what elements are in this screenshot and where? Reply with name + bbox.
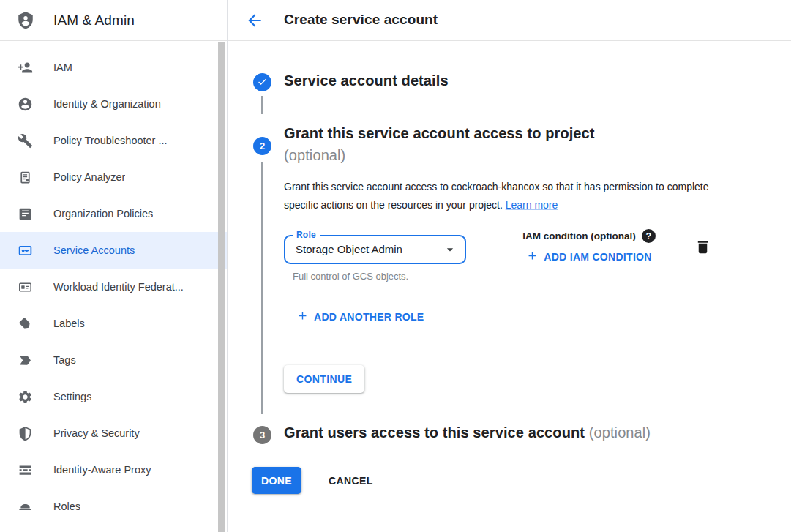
label-icon bbox=[16, 315, 34, 332]
trash-icon bbox=[694, 247, 711, 258]
sidebar-item-labels[interactable]: Labels bbox=[0, 305, 227, 342]
policy-analyzer-icon bbox=[16, 168, 34, 186]
proxy-icon bbox=[16, 461, 34, 479]
step2-title-text: Grant this service account access to pro… bbox=[284, 122, 595, 144]
check-icon bbox=[257, 76, 268, 89]
sidebar-item-label: Tags bbox=[53, 354, 76, 366]
person-circle-icon bbox=[16, 95, 34, 113]
step2-title: Grant this service account access to pro… bbox=[284, 122, 595, 166]
step2-number: 2 bbox=[260, 141, 265, 151]
sidebar-nav: IAM Identity & Organization Policy Troub… bbox=[0, 41, 227, 525]
shield-person-icon bbox=[16, 11, 35, 30]
step2-number-circle: 2 bbox=[253, 137, 271, 155]
plus-icon bbox=[296, 310, 309, 324]
sidebar-item-label: Policy Troubleshooter ... bbox=[53, 135, 168, 146]
sidebar-item-policy-analyzer[interactable]: Policy Analyzer bbox=[0, 159, 227, 195]
sidebar-item-label: Privacy & Security bbox=[53, 427, 140, 439]
back-button[interactable] bbox=[245, 11, 264, 30]
step3-number-circle: 3 bbox=[253, 426, 271, 444]
sidebar-item-identity-aware-proxy[interactable]: Identity-Aware Proxy bbox=[0, 452, 227, 488]
main-panel: Create service account Service account d… bbox=[228, 0, 791, 532]
sidebar-item-label: Identity-Aware Proxy bbox=[53, 464, 151, 476]
iam-condition-block: IAM condition (optional) ? ADD IAM CONDI… bbox=[515, 229, 663, 264]
iam-admin-app: IAM & Admin IAM Identity & Organization … bbox=[0, 0, 791, 532]
sidebar-item-workload-identity-federat[interactable]: Workload Identity Federat... bbox=[0, 269, 227, 305]
sidebar-item-roles[interactable]: Roles bbox=[0, 488, 227, 525]
shield-icon bbox=[16, 424, 34, 442]
step1-title: Service account details bbox=[284, 72, 449, 89]
sidebar-scrollbar-thumb[interactable] bbox=[218, 42, 225, 532]
step3-optional-label: (optional) bbox=[589, 424, 651, 441]
step-connector-1 bbox=[261, 96, 263, 114]
document-icon bbox=[16, 205, 34, 222]
footer-actions: DONE CANCEL bbox=[252, 467, 373, 494]
sidebar-item-service-accounts[interactable]: Service Accounts bbox=[0, 232, 227, 269]
sidebar: IAM & Admin IAM Identity & Organization … bbox=[0, 0, 228, 532]
sidebar-item-settings[interactable]: Settings bbox=[0, 378, 227, 415]
app-title: IAM & Admin bbox=[53, 12, 135, 29]
gear-icon bbox=[16, 388, 34, 405]
cancel-button[interactable]: CANCEL bbox=[329, 475, 373, 487]
sidebar-item-tags[interactable]: Tags bbox=[0, 342, 227, 378]
sidebar-item-organization-policies[interactable]: Organization Policies bbox=[0, 195, 227, 232]
step2-description: Grant this service account access to coc… bbox=[284, 178, 717, 214]
iam-condition-label-row: IAM condition (optional) ? bbox=[522, 229, 655, 243]
plus-icon bbox=[526, 250, 539, 264]
chevron-down-icon bbox=[443, 242, 457, 260]
delete-role-button[interactable] bbox=[693, 239, 712, 258]
add-another-role-button[interactable]: ADD ANOTHER ROLE bbox=[296, 310, 424, 324]
iam-condition-label: IAM condition (optional) bbox=[522, 231, 635, 241]
sidebar-item-label: Policy Analyzer bbox=[53, 171, 125, 183]
page-title: Create service account bbox=[284, 12, 438, 28]
back-arrow-icon bbox=[245, 21, 264, 32]
step-connector-2 bbox=[261, 162, 263, 414]
step1-check-circle bbox=[253, 73, 271, 91]
service-account-key-icon bbox=[16, 241, 34, 259]
sidebar-item-label: Organization Policies bbox=[53, 208, 153, 220]
tag-icon bbox=[16, 351, 34, 369]
sidebar-item-label: Identity & Organization bbox=[53, 98, 161, 110]
roles-hat-icon bbox=[16, 498, 34, 515]
sidebar-item-label: Workload Identity Federat... bbox=[53, 281, 184, 293]
step3-number: 3 bbox=[260, 430, 265, 441]
card-icon bbox=[16, 278, 34, 296]
sidebar-header: IAM & Admin bbox=[0, 0, 227, 41]
learn-more-link[interactable]: Learn more bbox=[506, 199, 558, 211]
sidebar-item-label: Labels bbox=[53, 318, 85, 329]
sidebar-item-identity-organization[interactable]: Identity & Organization bbox=[0, 86, 227, 122]
sidebar-item-iam[interactable]: IAM bbox=[0, 49, 227, 86]
help-icon[interactable]: ? bbox=[642, 229, 656, 243]
sidebar-item-privacy-security[interactable]: Privacy & Security bbox=[0, 415, 227, 452]
step2-optional-label: (optional) bbox=[284, 144, 595, 166]
role-select-value: Storage Object Admin bbox=[296, 236, 402, 263]
done-button[interactable]: DONE bbox=[252, 467, 301, 494]
sidebar-item-label: Roles bbox=[53, 501, 80, 512]
continue-button[interactable]: CONTINUE bbox=[284, 365, 364, 393]
person-add-icon bbox=[16, 59, 34, 76]
add-iam-condition-button[interactable]: ADD IAM CONDITION bbox=[526, 250, 651, 264]
wrench-icon bbox=[16, 132, 34, 149]
sidebar-item-policy-troubleshooter[interactable]: Policy Troubleshooter ... bbox=[0, 122, 227, 159]
sidebar-item-label: IAM bbox=[53, 61, 72, 73]
role-select[interactable]: Role Storage Object Admin bbox=[284, 235, 466, 264]
sidebar-item-label: Service Accounts bbox=[53, 244, 135, 256]
step3-title: Grant users access to this service accou… bbox=[284, 424, 651, 441]
sidebar-item-label: Settings bbox=[53, 391, 91, 402]
role-helper-text: Full control of GCS objects. bbox=[293, 271, 408, 282]
